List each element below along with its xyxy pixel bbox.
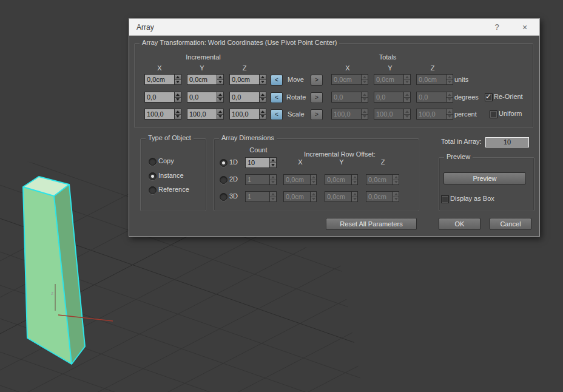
move-tot-x-spinner: 0,0cm <box>331 74 368 85</box>
move-inc-z-spinner[interactable]: 0,0cm <box>229 74 266 85</box>
spinner-arrows <box>446 109 453 120</box>
spinner-arrows[interactable] <box>174 92 181 103</box>
cancel-button[interactable]: Cancel <box>490 218 531 230</box>
help-button[interactable]: ? <box>492 22 502 32</box>
spinner-arrows <box>310 191 317 202</box>
copy-radio[interactable] <box>149 158 157 166</box>
offset-3d-y-spinner: 0,0cm <box>325 191 358 202</box>
spinner-arrows[interactable] <box>269 157 277 168</box>
offset-2d-y-spinner: 0,0cm <box>325 174 358 185</box>
display-as-box-checkbox[interactable] <box>441 195 449 203</box>
spinner-value: 100,0 <box>331 109 361 120</box>
rotate-inc-y-spinner[interactable]: 0,0 <box>187 92 224 103</box>
spinner-value[interactable]: 0,0cm <box>144 74 174 85</box>
rotate-left-arrow-button[interactable]: < <box>271 92 283 103</box>
spinner-arrows[interactable] <box>259 92 266 103</box>
move-tot-z-spinner: 0,0cm <box>416 74 453 85</box>
move-left-arrow-button[interactable]: < <box>271 75 283 86</box>
spinner-arrows <box>393 191 399 202</box>
inc-y-header: Y <box>200 64 204 72</box>
offset-2d-z-spinner: 0,0cm <box>366 174 399 185</box>
scale-right-arrow-button[interactable]: > <box>311 109 323 120</box>
instance-label: Instance <box>158 172 184 179</box>
radio-1d[interactable] <box>220 159 228 167</box>
offset-y-header: Y <box>339 158 343 166</box>
close-button[interactable]: × <box>520 22 530 32</box>
rotate-tot-z-spinner: 0,0 <box>416 92 453 103</box>
spinner-value[interactable]: 0,0cm <box>187 74 217 85</box>
spinner-arrows <box>446 92 453 103</box>
spinner-value: 0,0cm <box>374 74 403 85</box>
spinner-value: 0,0cm <box>325 174 351 185</box>
spinner-value[interactable]: 100,0 <box>229 109 259 120</box>
scale-tot-y-spinner: 100,0 <box>374 109 411 120</box>
spinner-arrows <box>361 74 368 85</box>
spinner-value[interactable]: 10 <box>245 157 269 168</box>
scale-tot-z-spinner: 100,0 <box>416 109 453 120</box>
uniform-checkbox[interactable] <box>490 110 497 118</box>
preview-button[interactable]: Preview <box>443 172 526 184</box>
scale-inc-y-spinner[interactable]: 100,0 <box>187 109 224 120</box>
scale-inc-z-spinner[interactable]: 100,0 <box>229 109 266 120</box>
dialog-titlebar[interactable]: Array ? × <box>129 19 539 36</box>
spinner-value: 1 <box>245 174 269 185</box>
rotate-label: Rotate <box>286 93 306 101</box>
scale-label: Scale <box>288 110 305 118</box>
spinner-arrows[interactable] <box>174 74 181 85</box>
spinner-value[interactable]: 100,0 <box>187 109 217 120</box>
group-title: Array Dimensions <box>219 134 277 141</box>
reference-radio[interactable] <box>149 186 157 194</box>
radio-3d[interactable] <box>220 193 228 201</box>
tot-z-header: Z <box>431 64 435 72</box>
spinner-value[interactable]: 0,0cm <box>229 74 259 85</box>
ok-button[interactable]: OK <box>439 218 480 230</box>
move-inc-y-spinner[interactable]: 0,0cm <box>187 74 224 85</box>
application-window: z Array ? × Array Transformation: World … <box>0 0 563 392</box>
move-right-arrow-button[interactable]: > <box>311 75 323 86</box>
move-inc-x-spinner[interactable]: 0,0cm <box>144 74 181 85</box>
rotate-right-arrow-button[interactable]: > <box>311 92 323 103</box>
spinner-value: 1 <box>245 191 269 202</box>
offset-3d-x-spinner: 0,0cm <box>283 191 317 202</box>
copy-label: Copy <box>158 157 174 164</box>
offset-z-header: Z <box>381 158 385 166</box>
scale-inc-x-spinner[interactable]: 100,0 <box>144 109 181 120</box>
spinner-value[interactable]: 0,0 <box>187 92 217 103</box>
spinner-value[interactable]: 0,0 <box>229 92 259 103</box>
offset-3d-z-spinner: 0,0cm <box>366 191 399 202</box>
radio-2d[interactable] <box>220 176 228 184</box>
rotate-inc-x-spinner[interactable]: 0,0 <box>144 92 181 103</box>
spinner-arrows[interactable] <box>217 92 224 103</box>
offset-2d-x-spinner: 0,0cm <box>283 174 317 185</box>
spinner-value: 0,0cm <box>366 174 393 185</box>
spinner-arrows <box>351 174 358 185</box>
spinner-arrows <box>310 174 317 185</box>
spinner-value: 0,0cm <box>283 191 310 202</box>
scale-tot-x-spinner: 100,0 <box>331 109 368 120</box>
count-1d-spinner[interactable]: 10 <box>245 157 277 168</box>
spinner-arrows <box>403 92 411 103</box>
tot-y-header: Y <box>388 64 392 72</box>
spinner-arrows[interactable] <box>259 109 266 120</box>
spinner-arrows[interactable] <box>217 109 224 120</box>
spinner-arrows <box>351 191 358 202</box>
spinner-arrows <box>446 74 453 85</box>
reorient-checkbox[interactable] <box>485 93 493 101</box>
spinner-arrows[interactable] <box>259 74 266 85</box>
spinner-arrows <box>393 174 399 185</box>
spinner-value: 0,0cm <box>325 191 351 202</box>
scale-left-arrow-button[interactable]: < <box>271 109 283 120</box>
spinner-arrows <box>403 74 411 85</box>
spinner-value: 0,0cm <box>283 174 310 185</box>
instance-radio[interactable] <box>149 172 157 180</box>
spinner-arrows[interactable] <box>174 109 181 120</box>
spinner-value[interactable]: 0,0 <box>144 92 174 103</box>
spinner-arrows[interactable] <box>217 74 224 85</box>
spinner-value[interactable]: 100,0 <box>144 109 174 120</box>
rotate-inc-z-spinner[interactable]: 0,0 <box>229 92 266 103</box>
spinner-arrows <box>361 92 368 103</box>
reset-all-parameters-button[interactable]: Reset All Parameters <box>326 218 417 230</box>
inc-x-header: X <box>157 64 161 72</box>
total-in-array-label: Total in Array: <box>441 138 482 145</box>
reorient-label: Re-Orient <box>494 93 523 100</box>
